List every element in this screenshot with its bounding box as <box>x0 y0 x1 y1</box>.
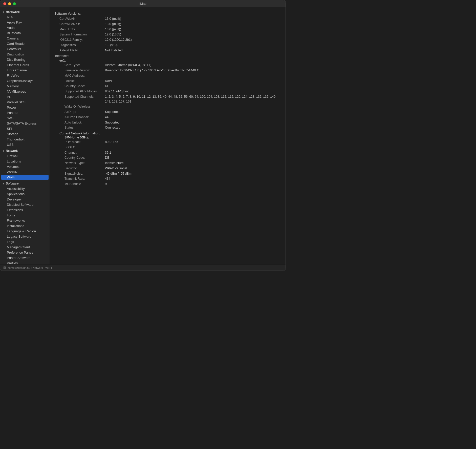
sidebar-item-camera[interactable]: Camera <box>1 36 49 41</box>
sidebar-item-printers[interactable]: Printers <box>1 110 49 115</box>
main-layout: ▼ Hardware ATA Apple Pay Audio Bluetooth… <box>0 7 286 264</box>
sidebar-item-firewire[interactable]: FireWire <box>1 73 49 78</box>
sidebar-item-storage[interactable]: Storage <box>1 131 49 137</box>
sidebar-item-profiles[interactable]: Profiles <box>1 260 49 264</box>
system-info-row: System Information: 12.0 (1355) <box>54 32 281 37</box>
corewlan-row: CoreWLAN: 13.0 ((null)) <box>54 16 281 21</box>
sidebar-item-legacy-software[interactable]: Legacy Software <box>1 234 49 239</box>
close-button[interactable] <box>3 2 6 5</box>
sidebar-item-memory[interactable]: Memory <box>1 84 49 89</box>
network-group-header[interactable]: ▼ Network <box>0 148 50 153</box>
hardware-group-header[interactable]: ▼ Hardware <box>0 9 50 14</box>
airdrop-value: Supported <box>105 110 281 114</box>
supported-channels-row: Supported Channels: 1, 2, 3, 4, 5, 6, 7,… <box>54 94 281 104</box>
net-phy-mode-value: 802.11ac <box>105 140 281 145</box>
menu-extra-value: 13.0 ((null)) <box>105 27 281 32</box>
sidebar-item-volumes[interactable]: Volumes <box>1 164 49 169</box>
sidebar: ▼ Hardware ATA Apple Pay Audio Bluetooth… <box>0 7 50 264</box>
net-country-code-label: Country Code: <box>54 155 105 160</box>
corewlankit-label: CoreWLANKit: <box>54 22 105 27</box>
sidebar-item-frameworks[interactable]: Frameworks <box>1 218 49 223</box>
titlebar: iMac <box>0 0 286 7</box>
software-group-header[interactable]: ▼ Software <box>0 181 50 186</box>
sidebar-item-controller[interactable]: Controller <box>1 46 49 52</box>
sidebar-item-developer[interactable]: Developer <box>1 197 49 202</box>
sidebar-item-thunderbolt[interactable]: Thunderbolt <box>1 137 49 142</box>
software-section: ▼ Software Accessibility Applications De… <box>0 181 50 264</box>
network-arrow-icon: ▼ <box>2 150 5 152</box>
country-code-row: Country Code: DE <box>54 84 281 89</box>
airport-utility-row: AirPort Utility: Not Installed <box>54 48 281 53</box>
country-code-label: Country Code: <box>54 84 105 89</box>
network-type-label: Network Type: <box>54 161 105 166</box>
sidebar-item-sas[interactable]: SAS <box>1 115 49 121</box>
sidebar-item-applications[interactable]: Applications <box>1 191 49 197</box>
io80211-label: IO80211 Family: <box>54 37 105 42</box>
sidebar-item-card-reader[interactable]: Card Reader <box>1 41 49 46</box>
software-arrow-icon: ▼ <box>2 182 5 185</box>
locale-label: Locale: <box>54 79 105 84</box>
sidebar-item-printer-software[interactable]: Printer Software <box>1 255 49 260</box>
sidebar-item-firewall[interactable]: Firewall <box>1 153 49 159</box>
sidebar-item-spi[interactable]: SPI <box>1 126 49 131</box>
mcs-index-value: 9 <box>105 182 281 187</box>
sidebar-item-bluetooth[interactable]: Bluetooth <box>1 30 49 36</box>
network-section: ▼ Network Firewall Locations Volumes WWA… <box>0 148 50 180</box>
sidebar-item-installations[interactable]: Installations <box>1 223 49 229</box>
sidebar-item-managed-client[interactable]: Managed Client <box>1 244 49 250</box>
sidebar-item-accessibility[interactable]: Accessibility <box>1 186 49 191</box>
software-versions-label: Software Versions: <box>54 12 281 15</box>
transmit-rate-row: Transmit Rate: 434 <box>54 176 281 181</box>
mcs-index-row: MCS Index: 9 <box>54 182 281 187</box>
sidebar-item-fonts[interactable]: Fonts <box>1 213 49 218</box>
sidebar-item-graphics-displays[interactable]: Graphics/Displays <box>1 78 49 84</box>
airdrop-row: AirDrop: Supported <box>54 110 281 114</box>
sidebar-item-preference-panes[interactable]: Preference Panes <box>1 250 49 255</box>
status-row: Status: Connected <box>54 125 281 130</box>
network-type-value: Infrastructure <box>105 161 281 166</box>
phy-modes-value: 802.11 a/b/g/n/ac <box>105 89 281 94</box>
minimize-button[interactable] <box>8 2 11 5</box>
sidebar-item-nvmexpress[interactable]: NVMExpress <box>1 89 49 94</box>
channel-row: Channel: 36,1 <box>54 150 281 155</box>
sidebar-item-pci[interactable]: PCI <box>1 94 49 99</box>
sidebar-item-disc-burning[interactable]: Disc Burning <box>1 57 49 62</box>
sidebar-item-parallel-scsi[interactable]: Parallel SCSI <box>1 99 49 105</box>
bssid-label: BSSID: <box>54 145 105 150</box>
network-label: Network <box>6 149 18 153</box>
auto-unlock-label: Auto Unlock: <box>54 120 105 125</box>
bssid-value <box>105 145 281 150</box>
sidebar-item-logs[interactable]: Logs <box>1 239 49 244</box>
firmware-version-label: Firmware Version: <box>54 68 105 73</box>
sidebar-item-wifi[interactable]: Wi-Fi <box>1 175 49 180</box>
sidebar-item-apple-pay[interactable]: Apple Pay <box>1 20 49 25</box>
sidebar-item-sata[interactable]: SATA/SATA Express <box>1 121 49 126</box>
sidebar-item-diagnostics[interactable]: Diagnostics <box>1 52 49 57</box>
signal-noise-label: Signal/Noise: <box>54 171 105 176</box>
io80211-value: 12.0 (1200.12.2b1) <box>105 37 281 42</box>
sidebar-item-language-region[interactable]: Language & Region <box>1 229 49 234</box>
sidebar-item-ata[interactable]: ATA <box>1 14 49 20</box>
sidebar-item-extensions[interactable]: Extensions <box>1 207 49 213</box>
statusbar-path: home.czdesign.hu › Network › Wi-Fi <box>8 266 52 269</box>
corewlankit-row: CoreWLANKit: 13.0 ((null)) <box>54 22 281 27</box>
sidebar-item-usb[interactable]: USB <box>1 142 49 147</box>
interfaces-header: Interfaces: <box>54 54 281 58</box>
maximize-button[interactable] <box>13 2 16 5</box>
country-code-value: DE <box>105 84 281 89</box>
sidebar-item-power[interactable]: Power <box>1 105 49 110</box>
system-info-value: 12.0 (1355) <box>105 32 281 37</box>
content-area: Software Versions: CoreWLAN: 13.0 ((null… <box>50 7 286 264</box>
sidebar-item-fibre-channel[interactable]: Fibre Channel <box>1 68 49 73</box>
sidebar-item-ethernet-cards[interactable]: Ethernet Cards <box>1 62 49 68</box>
airdrop-channel-value: 44 <box>105 115 281 120</box>
sidebar-item-wwan[interactable]: WWAN <box>1 169 49 175</box>
hardware-arrow-icon: ▼ <box>2 11 5 13</box>
net-country-code-value: DE <box>105 155 281 160</box>
sidebar-item-disabled-software[interactable]: Disabled Software <box>1 202 49 207</box>
sidebar-item-locations[interactable]: Locations <box>1 159 49 164</box>
card-type-label: Card Type: <box>54 63 105 68</box>
current-network-header: Current Network Information: <box>54 132 281 135</box>
sidebar-item-audio[interactable]: Audio <box>1 25 49 30</box>
card-type-row: Card Type: AirPort Extreme (0x14E4, 0x11… <box>54 63 281 68</box>
